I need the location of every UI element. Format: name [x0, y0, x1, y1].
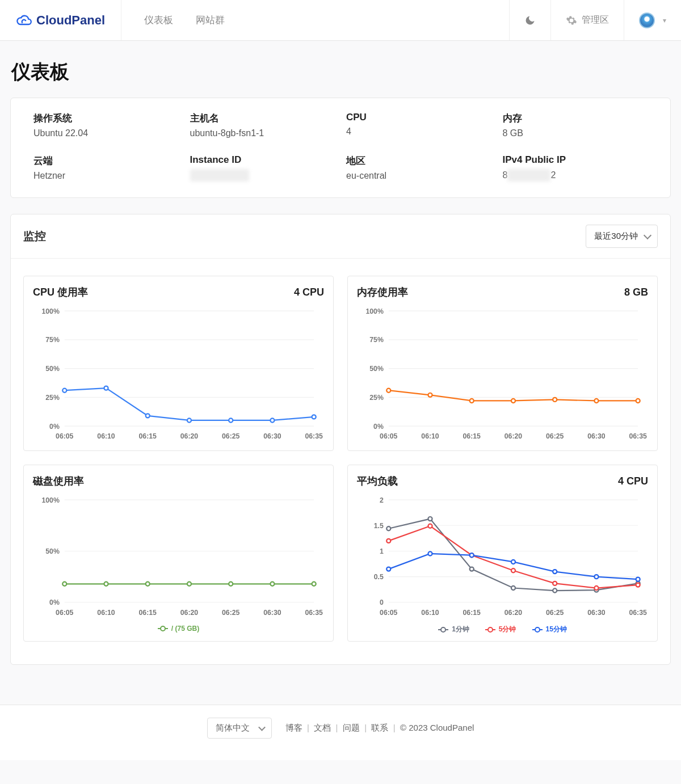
chart-disk: 磁盘使用率 0%50%100%06:0506:1006:1506:2006:25… — [23, 465, 334, 642]
logo[interactable]: CloudPanel — [0, 0, 121, 40]
svg-point-18 — [104, 386, 108, 390]
legend-1min: 1分钟 — [452, 625, 469, 634]
svg-text:06:15: 06:15 — [139, 609, 157, 617]
svg-text:06:30: 06:30 — [263, 609, 281, 617]
mem-plot: 0%25%50%75%100%06:0506:1006:1506:2006:25… — [357, 305, 648, 444]
cpu-plot: 0%25%50%75%100%06:0506:1006:1506:2006:25… — [33, 305, 324, 444]
chart-cpu: CPU 使用率 4 CPU 0%25%50%75%100%06:0506:100… — [23, 276, 334, 451]
svg-text:06:20: 06:20 — [180, 609, 199, 617]
ip-value: 8xxx2 — [503, 169, 556, 182]
svg-text:0%: 0% — [49, 599, 60, 607]
gear-icon — [566, 15, 577, 26]
svg-text:06:05: 06:05 — [380, 609, 398, 617]
nav-sites[interactable]: 网站群 — [196, 14, 225, 27]
svg-point-17 — [62, 389, 66, 393]
chevron-down-icon: ▾ — [663, 16, 666, 24]
svg-point-44 — [511, 399, 515, 403]
svg-text:06:10: 06:10 — [97, 609, 115, 617]
cpu-label: CPU — [346, 112, 491, 123]
region-label: 地区 — [346, 154, 491, 167]
svg-point-19 — [146, 414, 150, 418]
footer-issues[interactable]: 问题 — [343, 723, 360, 732]
svg-point-85 — [386, 527, 390, 531]
svg-text:06:10: 06:10 — [421, 609, 439, 617]
footer: 简体中文 博客 | 文档 | 问题 | 联系 | © 2023 CloudPan… — [0, 705, 681, 760]
svg-point-99 — [386, 567, 390, 571]
os-label: 操作系统 — [33, 112, 179, 125]
svg-text:06:35: 06:35 — [629, 609, 647, 617]
cloud-value: Hetzner — [33, 171, 179, 181]
user-menu[interactable]: ▾ — [624, 0, 681, 40]
cloud-icon — [16, 12, 32, 28]
svg-point-88 — [511, 586, 515, 590]
svg-text:06:15: 06:15 — [463, 609, 481, 617]
svg-text:75%: 75% — [45, 336, 60, 344]
legend-5min: 5分钟 — [499, 625, 516, 634]
svg-point-64 — [187, 582, 191, 586]
chart-mem-right: 8 GB — [624, 286, 648, 298]
svg-point-97 — [594, 586, 598, 590]
svg-point-105 — [636, 578, 640, 581]
svg-point-22 — [270, 418, 274, 422]
svg-text:06:20: 06:20 — [180, 432, 199, 440]
chart-cpu-right: 4 CPU — [294, 286, 324, 298]
svg-text:06:15: 06:15 — [139, 432, 157, 440]
svg-point-62 — [104, 582, 108, 586]
mem-label: 内存 — [503, 112, 648, 125]
monitor-title: 监控 — [23, 229, 46, 244]
region-value: eu-central — [346, 171, 491, 181]
footer-docs[interactable]: 文档 — [314, 723, 331, 732]
svg-point-47 — [636, 399, 640, 403]
footer-blog[interactable]: 博客 — [285, 723, 302, 732]
svg-point-61 — [62, 582, 66, 586]
footer-contact[interactable]: 联系 — [371, 723, 388, 732]
nav-dashboard[interactable]: 仪表板 — [144, 14, 173, 27]
svg-text:100%: 100% — [42, 496, 60, 504]
svg-point-89 — [553, 589, 557, 593]
chart-load-title: 平均负载 — [357, 474, 398, 488]
svg-point-92 — [386, 539, 390, 543]
svg-point-93 — [428, 524, 432, 528]
svg-text:50%: 50% — [45, 547, 60, 555]
theme-toggle[interactable] — [509, 0, 550, 40]
svg-text:25%: 25% — [369, 394, 384, 402]
chart-load-right: 4 CPU — [618, 475, 648, 487]
svg-text:25%: 25% — [45, 394, 60, 402]
svg-text:06:05: 06:05 — [380, 432, 398, 440]
svg-text:06:05: 06:05 — [56, 609, 74, 617]
svg-text:06:30: 06:30 — [587, 609, 606, 617]
svg-text:06:25: 06:25 — [546, 609, 564, 617]
cpu-value: 4 — [346, 127, 491, 137]
moon-icon — [524, 15, 536, 26]
ip-label: IPv4 Public IP — [503, 154, 648, 166]
load-plot: 00.511.5206:0506:1006:1506:2006:2506:300… — [357, 494, 648, 620]
svg-text:06:20: 06:20 — [505, 432, 523, 440]
svg-point-86 — [428, 517, 432, 521]
svg-point-67 — [312, 582, 316, 586]
language-select[interactable]: 简体中文 — [207, 718, 272, 739]
svg-text:06:35: 06:35 — [629, 432, 647, 440]
svg-text:100%: 100% — [41, 307, 59, 315]
chart-mem: 内存使用率 8 GB 0%25%50%75%100%06:0506:1006:1… — [347, 276, 658, 451]
avatar-icon — [639, 12, 655, 28]
mem-value: 8 GB — [503, 128, 648, 138]
svg-text:06:25: 06:25 — [222, 432, 240, 440]
host-label: 主机名 — [190, 112, 335, 125]
time-range-select[interactable]: 最近30分钟 — [586, 225, 658, 248]
svg-point-102 — [511, 560, 515, 564]
svg-text:06:05: 06:05 — [56, 432, 74, 440]
chart-cpu-title: CPU 使用率 — [33, 285, 88, 299]
admin-area-label: 管理区 — [582, 14, 609, 26]
cloud-label: 云端 — [33, 154, 179, 167]
svg-text:100%: 100% — [365, 307, 383, 315]
svg-text:2: 2 — [380, 496, 384, 504]
admin-area-link[interactable]: 管理区 — [550, 0, 624, 40]
chart-mem-title: 内存使用率 — [357, 285, 408, 299]
legend-15min: 15分钟 — [546, 625, 567, 634]
svg-text:06:10: 06:10 — [421, 432, 439, 440]
svg-point-96 — [553, 581, 557, 585]
svg-point-100 — [428, 552, 432, 556]
legend-disk: / (75 GB) — [171, 625, 199, 633]
host-value: ubuntu-8gb-fsn1-1 — [190, 128, 335, 138]
svg-text:0: 0 — [380, 599, 384, 607]
